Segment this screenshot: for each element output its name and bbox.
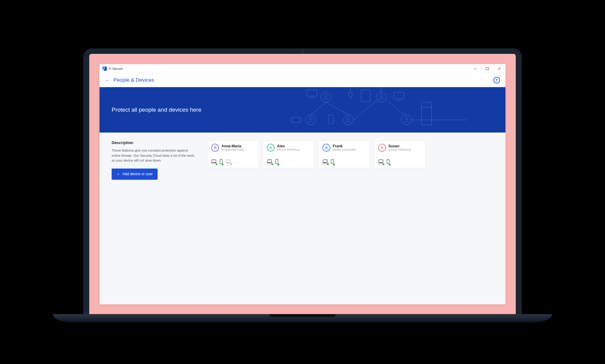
avatar-icon (211, 144, 219, 152)
svg-rect-43 (331, 159, 334, 164)
banner-illustration (262, 87, 505, 133)
app-window: F-Secure ← People & Devices ? (100, 64, 505, 304)
svg-rect-23 (361, 90, 370, 102)
card-header: SusanCHILD PROFILE (378, 144, 422, 152)
hero-banner: Protect all people and devices here (100, 87, 505, 133)
maximize-icon (486, 67, 489, 70)
svg-rect-34 (226, 160, 231, 162)
laptop-icon (322, 159, 328, 165)
svg-rect-47 (387, 159, 389, 164)
svg-line-16 (353, 101, 376, 120)
description-text: These features give you constant protect… (112, 148, 196, 163)
svg-rect-26 (421, 102, 431, 125)
people-cards-row: Anna-MariaSUBSCRIPTION ...···AlexCHILD P… (207, 140, 493, 297)
svg-point-11 (380, 94, 383, 97)
svg-rect-22 (328, 115, 333, 124)
svg-rect-39 (276, 159, 278, 164)
avatar-icon (267, 144, 275, 152)
svg-rect-28 (290, 117, 302, 123)
laptop-screen: F-Secure ← People & Devices ? (89, 54, 516, 315)
window-titlebar: F-Secure (100, 64, 505, 73)
content-area: Description These features give you cons… (100, 133, 505, 304)
back-arrow-icon[interactable]: ← (105, 77, 110, 83)
close-icon (498, 67, 501, 70)
svg-rect-37 (267, 160, 272, 162)
person-name: Anna-Maria (221, 144, 247, 148)
add-device-or-user-button[interactable]: ＋ Add device or user (112, 169, 158, 180)
device-row (378, 159, 422, 165)
laptop-icon (211, 159, 217, 165)
svg-point-5 (324, 94, 327, 97)
avatar-icon (378, 144, 386, 152)
laptop-base (53, 314, 552, 323)
person-role: CHILD PROFILE (277, 148, 300, 151)
window-controls (469, 64, 505, 73)
person-role: USER ACCOUNT (333, 148, 356, 151)
person-card[interactable]: Anna-MariaSUBSCRIPTION ...··· (207, 140, 259, 168)
svg-rect-1 (486, 67, 489, 70)
svg-point-13 (405, 117, 408, 120)
page-title: People & Devices (113, 77, 154, 83)
close-button[interactable] (493, 64, 505, 73)
svg-rect-45 (379, 160, 383, 162)
card-header: FrankUSER ACCOUNT (322, 144, 366, 152)
avatar-icon (322, 144, 330, 152)
svg-rect-20 (307, 90, 317, 96)
svg-line-17 (386, 100, 404, 115)
phone-icon (220, 159, 223, 165)
plus-icon: ＋ (116, 172, 120, 177)
phone-icon (275, 159, 278, 165)
device-row: ··· (211, 159, 255, 165)
svg-point-44 (381, 146, 383, 148)
help-button[interactable]: ? (493, 77, 500, 84)
person-card[interactable]: SusanCHILD PROFILE (374, 140, 426, 168)
svg-line-14 (311, 102, 326, 115)
laptop-bezel: F-Secure ← People & Devices ? (83, 48, 522, 315)
laptop-icon (226, 159, 231, 165)
fsecure-logo-icon (103, 67, 107, 71)
svg-point-36 (270, 146, 272, 148)
window-title: F-Secure (109, 67, 123, 71)
svg-line-15 (326, 102, 348, 115)
phone-icon (387, 159, 390, 165)
svg-point-30 (214, 146, 216, 148)
minimize-icon (474, 67, 477, 70)
description-panel: Description These features give you cons… (112, 140, 196, 297)
person-card[interactable]: FrankUSER ACCOUNT (319, 140, 370, 168)
svg-point-40 (326, 146, 327, 148)
card-header: Anna-MariaSUBSCRIPTION ... (211, 144, 255, 152)
person-card[interactable]: AlexCHILD PROFILE (263, 140, 314, 168)
person-role: SUBSCRIPTION ... (221, 148, 247, 151)
device-row (267, 159, 310, 165)
card-header: AlexCHILD PROFILE (267, 144, 310, 152)
svg-rect-41 (323, 160, 327, 162)
banner-title: Protect all people and devices here (112, 107, 201, 113)
person-name: Susan (388, 144, 411, 148)
device-row (322, 159, 366, 165)
minimize-button[interactable] (469, 64, 481, 73)
laptop-icon (267, 159, 272, 165)
person-name: Frank (333, 144, 356, 148)
add-button-label: Add device or user (123, 172, 153, 176)
more-devices-icon[interactable]: ··· (234, 160, 240, 165)
person-role: CHILD PROFILE (388, 148, 411, 151)
page-header: ← People & Devices ? (100, 73, 505, 87)
svg-rect-31 (212, 160, 216, 162)
svg-rect-24 (394, 92, 404, 99)
svg-point-9 (347, 117, 350, 120)
laptop-icon (378, 159, 384, 165)
svg-point-7 (309, 117, 312, 120)
camera-dot (301, 50, 304, 53)
person-name: Alex (277, 144, 300, 148)
phone-icon (331, 159, 334, 165)
maximize-button[interactable] (481, 64, 493, 73)
svg-rect-33 (220, 159, 222, 164)
description-heading: Description (112, 140, 196, 145)
